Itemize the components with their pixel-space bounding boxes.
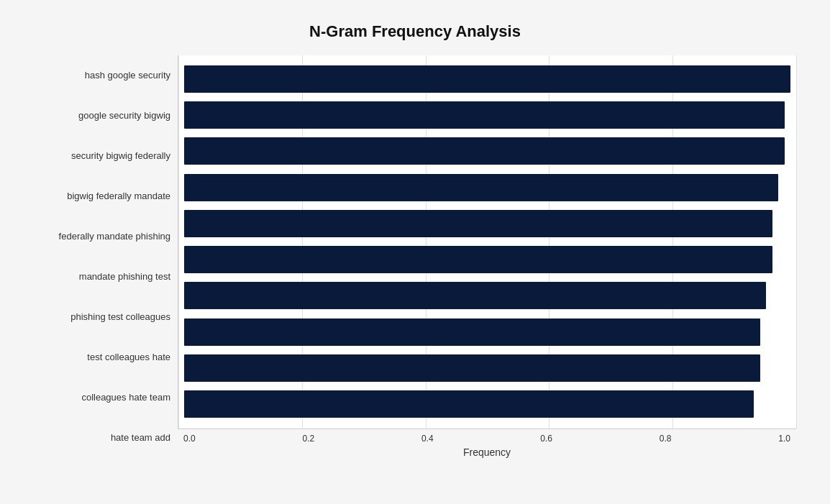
y-axis-label: hate team add [111,432,170,444]
grid-line [796,55,797,429]
bars-and-x: 0.00.20.40.60.81.0 Frequency [178,55,796,458]
y-axis-label: colleagues hate team [81,392,170,403]
x-axis-labels: 0.00.20.40.60.81.0 [178,429,796,444]
y-axis-label: hash google security [85,70,170,81]
y-axis-label: security bigwig federally [71,150,170,162]
bar [184,101,785,129]
bar-row [178,137,796,165]
bar [184,137,785,165]
bar-row [178,101,796,129]
bar [184,174,778,201]
bar-row [178,210,796,237]
x-axis-title: Frequency [178,446,796,458]
y-axis-label: federally mandate phishing [59,231,170,242]
y-axis-label: mandate phishing test [79,271,170,283]
y-axis-labels: hash google securitygoogle security bigw… [34,55,178,458]
x-axis-tick-label: 0.2 [302,434,314,444]
bar-row [178,282,796,309]
x-axis-tick-label: 1.0 [778,434,790,444]
x-axis-tick-label: 0.6 [540,434,552,444]
x-axis-tick-label: 0.8 [660,434,672,444]
bar [184,354,760,382]
bar-row [178,354,796,382]
bar-row [178,319,796,346]
chart-area: hash google securitygoogle security bigw… [34,55,796,458]
y-axis-label: phishing test colleagues [70,311,170,323]
bar [184,65,790,93]
bar-row [178,246,796,273]
bar [184,319,760,346]
chart-title: N-Gram Frequency Analysis [34,22,796,41]
y-axis-label: google security bigwig [78,110,170,122]
y-axis-label: test colleagues hate [87,352,170,363]
bar-row [178,390,796,418]
x-axis-tick-label: 0.4 [421,434,434,444]
bar [184,282,766,309]
bar [184,210,772,237]
y-axis-label: bigwig federally mandate [67,191,170,202]
bar-row [178,174,796,201]
bars-wrapper [178,55,796,429]
bar [184,390,754,418]
bar [184,246,772,273]
bar-row [178,65,796,93]
x-axis-tick-label: 0.0 [183,434,196,444]
chart-container: N-Gram Frequency Analysis hash google se… [19,8,811,497]
